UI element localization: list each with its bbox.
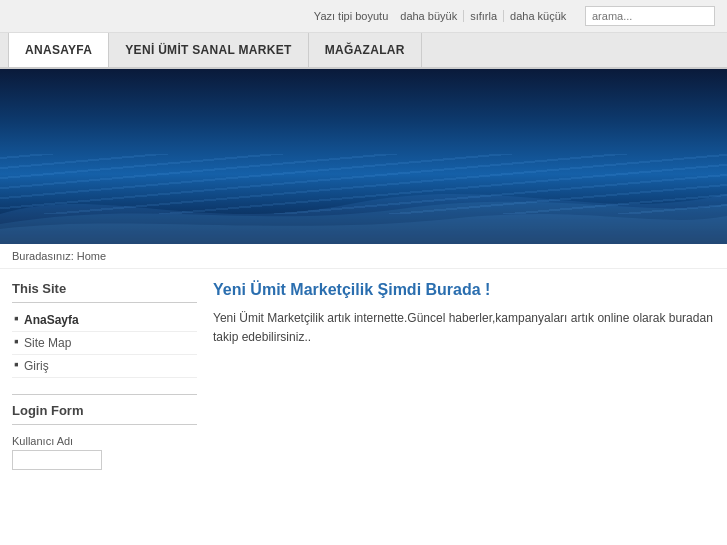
username-input[interactable] xyxy=(12,450,102,470)
nav-item-magazalar[interactable]: MAĞAZALAR xyxy=(309,33,422,67)
login-title: Login Form xyxy=(12,403,197,425)
login-section: Login Form Kullanıcı Adı xyxy=(12,403,197,470)
sidebar-divider xyxy=(12,394,197,395)
main-content: Yeni Ümit Marketçilik Şimdi Burada ! Yen… xyxy=(213,281,715,470)
sidebar-menu-link-anasayfa[interactable]: AnaSayfa xyxy=(24,313,79,327)
top-bar: Yazı tipi boyutu daha büyük sıfırla daha… xyxy=(0,0,727,33)
font-smaller-link[interactable]: daha küçük xyxy=(503,10,566,22)
sidebar-menu-link-giris[interactable]: Giriş xyxy=(24,359,49,373)
sidebar-menu: AnaSayfa Site Map Giriş xyxy=(12,309,197,378)
nav-item-anasayfa[interactable]: ANASAYFA xyxy=(8,33,109,67)
sidebar: This Site AnaSayfa Site Map Giriş Login … xyxy=(12,281,197,470)
content-area: This Site AnaSayfa Site Map Giriş Login … xyxy=(0,269,727,482)
sidebar-menu-link-sitemap[interactable]: Site Map xyxy=(24,336,71,350)
sidebar-section-title: This Site xyxy=(12,281,197,303)
hero-banner xyxy=(0,69,727,244)
username-label: Kullanıcı Adı xyxy=(12,435,197,447)
article-title: Yeni Ümit Marketçilik Şimdi Burada ! xyxy=(213,281,715,299)
sidebar-menu-item-giris[interactable]: Giriş xyxy=(12,355,197,378)
font-size-label: Yazı tipi boyutu xyxy=(314,10,388,22)
article-body: Yeni Ümit Marketçilik artık internette.G… xyxy=(213,309,715,347)
search-input[interactable] xyxy=(585,6,715,26)
nav-item-yeni-umit[interactable]: YENİ ÜMİT SANAL MARKET xyxy=(109,33,308,67)
nav-bar: ANASAYFA YENİ ÜMİT SANAL MARKET MAĞAZALA… xyxy=(0,33,727,69)
font-reset-link[interactable]: sıfırla xyxy=(463,10,497,22)
sidebar-menu-item-sitemap[interactable]: Site Map xyxy=(12,332,197,355)
breadcrumb: Buradasınız: Home xyxy=(0,244,727,269)
font-bigger-link[interactable]: daha büyük xyxy=(394,10,457,22)
sidebar-menu-item-anasayfa[interactable]: AnaSayfa xyxy=(12,309,197,332)
